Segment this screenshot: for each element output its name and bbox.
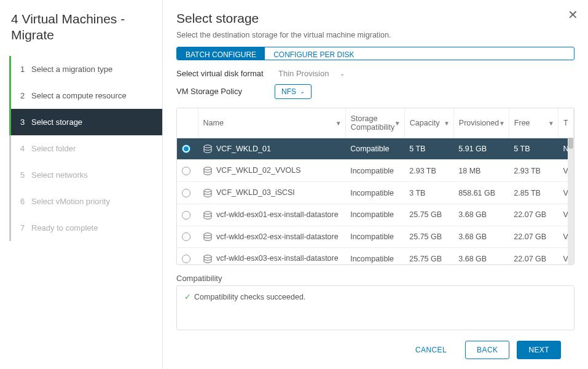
svg-point-4 [204,233,211,236]
cell-compatibility: Incompatible [345,160,404,182]
datastore-icon [203,232,213,241]
column-capacity[interactable]: Capacity ▼ [404,108,453,138]
wizard-steps-list: 1Select a migration type2Select a comput… [0,56,162,241]
cell-provisioned: 3.68 GB [453,204,509,226]
cell-compatibility: Incompatible [345,182,404,204]
wizard-step-label: Select a migration type [31,65,112,74]
compatibility-message: Compatibility checks succeeded. [194,293,305,301]
wizard-step-4: 4Select folder [9,135,162,162]
wizard-step-label: Select folder [31,144,76,153]
row-radio[interactable] [182,167,190,175]
filter-icon[interactable]: ▼ [548,119,554,126]
cell-provisioned: 5.91 GB [453,138,509,160]
filter-icon[interactable]: ▼ [394,119,401,126]
cell-free: 22.07 GB [509,204,558,226]
cell-provisioned: 3.68 GB [453,226,509,248]
datastore-icon [203,211,213,220]
cell-compatibility: Compatible [345,138,404,160]
close-icon[interactable]: ✕ [568,7,578,22]
tab-configure-per-disk[interactable]: CONFIGURE PER DISK [265,47,363,60]
svg-point-3 [204,211,211,213]
cell-name: vcf-wkld-esx03-esx-install-datastore [198,248,345,265]
cell-free: 2.93 TB [509,160,558,182]
wizard-step-5: 5Select networks [9,162,162,188]
disk-format-value: Thin Provision [278,69,329,78]
cell-name: VCF_WKLD_02_VVOLS [198,160,345,182]
wizard-step-label: Select networks [31,170,88,180]
filter-icon[interactable]: ▼ [444,119,450,126]
chevron-down-icon: ⌄ [340,70,345,77]
row-radio[interactable] [182,255,190,263]
wizard-step-7: 7Ready to complete [9,215,162,241]
svg-point-5 [204,255,211,258]
datastore-grid: Name ▼ Storage Compatibility ▼ Capacity … [176,108,574,265]
chevron-down-icon: ⌄ [300,88,305,95]
column-compatibility[interactable]: Storage Compatibility ▼ [345,108,404,138]
datastore-row[interactable]: vcf-wkld-esx01-esx-install-datastoreInco… [177,204,574,226]
wizard-step-2[interactable]: 2Select a compute resource [9,82,162,109]
cell-name: vcf-wkld-esx01-esx-install-datastore [198,204,345,226]
cell-capacity: 2.93 TB [404,160,453,182]
cell-free: 22.07 GB [509,226,558,248]
storage-policy-value: NFS [281,87,296,96]
datastore-icon [203,145,213,153]
cell-name: VCF_WKLD_01 [198,138,345,160]
disk-format-select[interactable]: Thin Provision ⌄ [275,68,348,79]
page-heading: Select storage [176,11,574,26]
cell-free: 5 TB [509,138,558,160]
wizard-content: ✕ Select storage Select the destination … [163,0,588,369]
datastore-row[interactable]: VCF_WKLD_03_iSCSIIncompatible3 TB858.61 … [177,182,574,204]
cell-provisioned: 18 MB [453,160,509,182]
column-select [177,108,198,138]
storage-policy-select[interactable]: NFS ⌄ [275,84,312,99]
cancel-button[interactable]: CANCEL [404,341,458,359]
cell-provisioned: 858.61 GB [453,182,509,204]
cell-provisioned: 3.68 GB [453,248,509,265]
cell-compatibility: Incompatible [345,248,404,265]
wizard-footer: CANCEL BACK NEXT [176,330,574,369]
row-radio[interactable] [182,211,190,220]
wizard-sidebar: 4 Virtual Machines - Migrate 1Select a m… [0,0,163,369]
cell-free: 22.07 GB [509,248,558,265]
column-name[interactable]: Name ▼ [198,108,345,138]
filter-icon[interactable]: ▼ [335,119,342,126]
wizard-step-3[interactable]: 3Select storage [9,109,162,135]
compatibility-section-label: Compatibility [176,274,574,283]
wizard-step-label: Ready to complete [31,223,98,232]
cell-capacity: 25.75 GB [404,248,453,265]
config-mode-tabs: BATCH CONFIGURE CONFIGURE PER DISK [176,47,574,60]
compatibility-results-box: ✓Compatibility checks succeeded. [176,285,574,330]
next-button[interactable]: NEXT [517,341,561,359]
row-radio[interactable] [182,145,190,153]
column-overflow: T [558,108,573,138]
check-icon: ✓ [184,293,191,301]
page-description: Select the destination storage for the v… [176,31,574,39]
row-radio[interactable] [182,189,190,197]
cell-compatibility: Incompatible [345,204,404,226]
datastore-row[interactable]: vcf-wkld-esx02-esx-install-datastoreInco… [177,226,574,248]
storage-policy-label: VM Storage Policy [176,87,275,96]
row-radio[interactable] [182,232,190,241]
column-free[interactable]: Free ▼ [509,108,558,138]
cell-capacity: 25.75 GB [404,204,453,226]
back-button[interactable]: BACK [465,341,509,359]
wizard-title: 4 Virtual Machines - Migrate [0,11,162,56]
wizard-step-label: Select a compute resource [31,91,127,100]
datastore-row[interactable]: VCF_WKLD_02_VVOLSIncompatible2.93 TB18 M… [177,160,574,182]
cell-name: VCF_WKLD_03_iSCSI [198,182,345,204]
datastore-row[interactable]: VCF_WKLD_01Compatible5 TB5.91 GB5 TBN [177,138,574,160]
datastore-icon [203,189,213,197]
column-provisioned[interactable]: Provisioned ▼ [453,108,509,138]
migrate-wizard-dialog: 4 Virtual Machines - Migrate 1Select a m… [0,0,588,369]
disk-format-label: Select virtual disk format [176,69,275,78]
filter-icon[interactable]: ▼ [499,119,505,126]
tab-batch-configure[interactable]: BATCH CONFIGURE [177,47,265,60]
datastore-icon [203,255,213,263]
wizard-step-label: Select storage [31,117,82,127]
datastore-row[interactable]: vcf-wkld-esx03-esx-install-datastoreInco… [177,248,574,265]
cell-free: 2.85 TB [509,182,558,204]
cell-compatibility: Incompatible [345,226,404,248]
wizard-step-1[interactable]: 1Select a migration type [9,56,162,82]
cell-name: vcf-wkld-esx02-esx-install-datastore [198,226,345,248]
datastore-icon [203,167,213,175]
